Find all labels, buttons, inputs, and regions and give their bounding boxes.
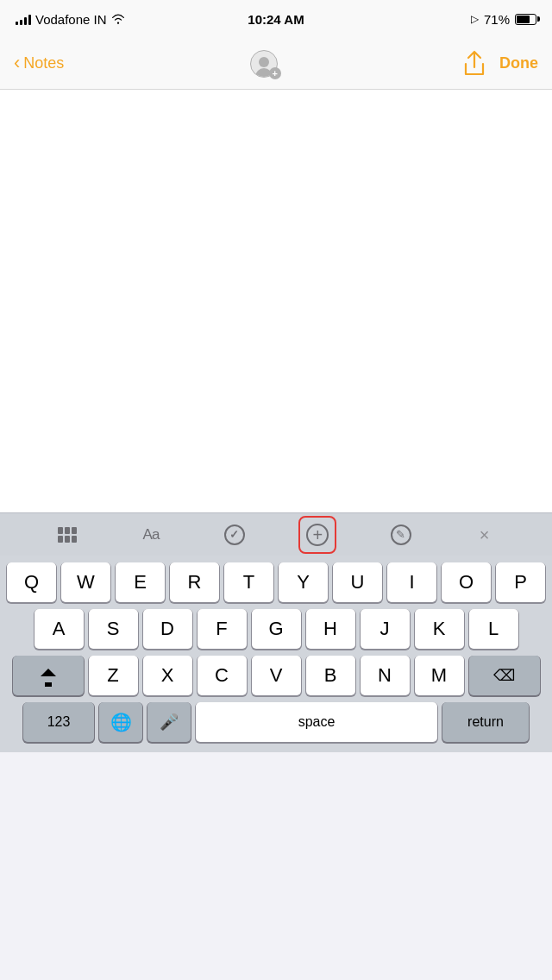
done-button[interactable]: Done: [499, 54, 538, 72]
person-head: [259, 57, 269, 67]
insert-button[interactable]: [298, 516, 336, 554]
close-keyboard-button[interactable]: ×: [466, 516, 504, 554]
key-u[interactable]: U: [333, 562, 382, 602]
nav-right: Done: [463, 50, 538, 78]
key-t[interactable]: T: [224, 562, 273, 602]
signal-bars: [16, 13, 31, 25]
key-v[interactable]: V: [252, 656, 301, 695]
key-c[interactable]: C: [198, 656, 247, 695]
globe-key[interactable]: 🌐: [99, 702, 142, 742]
key-z[interactable]: Z: [89, 656, 138, 695]
key-g[interactable]: G: [252, 609, 301, 649]
backspace-key[interactable]: ⌫: [469, 656, 540, 695]
checklist-button[interactable]: [216, 516, 254, 554]
shift-icon: [41, 664, 56, 687]
shift-key[interactable]: [13, 656, 84, 695]
key-f[interactable]: F: [198, 609, 247, 649]
key-m[interactable]: M: [415, 656, 464, 695]
share-icon: [463, 50, 486, 78]
note-editor[interactable]: [0, 90, 552, 512]
numbers-key[interactable]: 123: [23, 702, 94, 742]
back-label: Notes: [23, 54, 64, 72]
draw-icon: [391, 525, 411, 545]
checklist-icon: [224, 525, 245, 545]
text-format-icon: Aa: [143, 526, 160, 543]
keyboard-row-2: A S D F G H J K L: [3, 609, 549, 649]
close-icon: ×: [480, 526, 490, 543]
key-d[interactable]: D: [143, 609, 192, 649]
backspace-icon: ⌫: [493, 666, 515, 685]
key-o[interactable]: O: [442, 562, 491, 602]
insert-icon: [306, 524, 329, 546]
key-j[interactable]: J: [361, 609, 410, 649]
add-collaborator-button[interactable]: +: [245, 45, 283, 83]
keyboard-row-1: Q W E R T Y U I O P: [3, 562, 549, 602]
globe-icon: 🌐: [110, 712, 132, 732]
key-i[interactable]: I: [387, 562, 436, 602]
formatting-toolbar: Aa ×: [0, 512, 552, 556]
key-y[interactable]: Y: [279, 562, 328, 602]
status-time: 10:24 AM: [248, 12, 304, 27]
status-right: ▷ 71%: [471, 12, 536, 27]
space-key[interactable]: space: [196, 702, 437, 742]
table-button[interactable]: [48, 516, 86, 554]
battery-fill: [517, 16, 530, 23]
key-x[interactable]: X: [143, 656, 192, 695]
plus-badge-icon: +: [269, 67, 281, 79]
key-e[interactable]: E: [116, 562, 165, 602]
space-label: space: [298, 714, 336, 730]
wifi-icon: [111, 14, 125, 24]
table-icon: [58, 527, 77, 543]
key-s[interactable]: S: [89, 609, 138, 649]
keyboard-row-3: Z X C V B N M ⌫: [3, 656, 549, 695]
nav-bar: ‹ Notes + Done: [0, 38, 552, 90]
battery-percentage: 71%: [484, 12, 510, 27]
key-l[interactable]: L: [469, 609, 518, 649]
carrier-name: Vodafone IN: [35, 12, 107, 27]
draw-button[interactable]: [382, 516, 420, 554]
keyboard: Q W E R T Y U I O P A S D F G H J K L Z …: [0, 556, 552, 752]
return-key[interactable]: return: [442, 702, 529, 742]
status-bar: Vodafone IN 10:24 AM ▷ 71%: [0, 0, 552, 38]
share-button[interactable]: [463, 50, 486, 78]
battery-icon: [515, 14, 536, 25]
location-icon: ▷: [471, 13, 479, 25]
key-k[interactable]: K: [415, 609, 464, 649]
microphone-key[interactable]: 🎤: [147, 702, 191, 742]
text-format-button[interactable]: Aa: [132, 516, 170, 554]
key-q[interactable]: Q: [7, 562, 56, 602]
key-h[interactable]: H: [306, 609, 355, 649]
key-n[interactable]: N: [361, 656, 410, 695]
numbers-label: 123: [47, 714, 71, 730]
key-p[interactable]: P: [496, 562, 545, 602]
key-w[interactable]: W: [61, 562, 110, 602]
keyboard-row-4: 123 🌐 🎤 space return: [3, 702, 549, 742]
back-button[interactable]: ‹ Notes: [14, 54, 64, 72]
back-chevron-icon: ‹: [14, 53, 20, 72]
key-b[interactable]: B: [306, 656, 355, 695]
return-label: return: [467, 714, 504, 730]
status-left: Vodafone IN: [16, 12, 125, 27]
key-a[interactable]: A: [34, 609, 84, 649]
key-r[interactable]: R: [170, 562, 219, 602]
nav-center: +: [245, 45, 283, 83]
microphone-icon: 🎤: [160, 713, 179, 732]
